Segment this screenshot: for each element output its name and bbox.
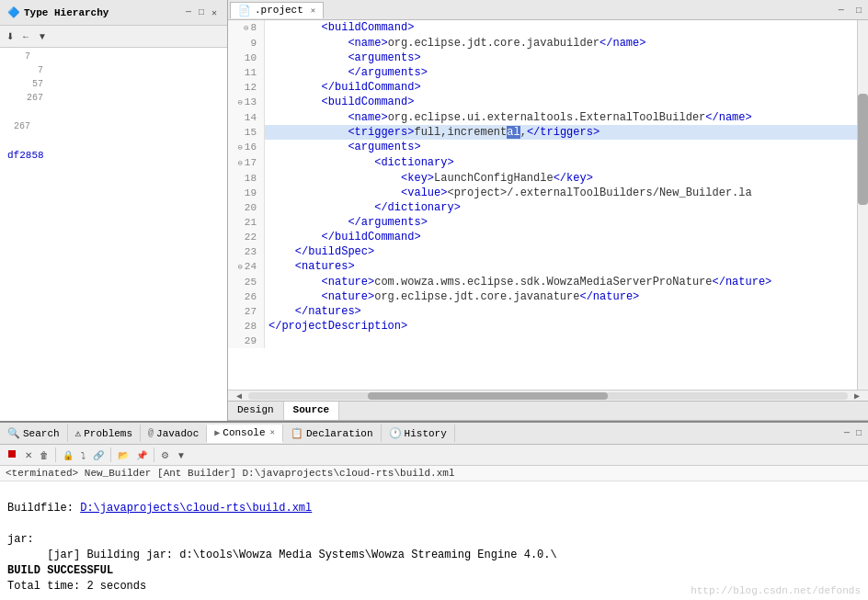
clear-button[interactable]: 🗑 <box>37 448 51 462</box>
settings-button[interactable]: ⚙ <box>158 448 172 462</box>
console-tab-label: Console <box>223 427 265 438</box>
scroll-lock-button[interactable]: 🔒 <box>60 448 76 462</box>
tab-history[interactable]: 🕐 History <box>382 425 455 442</box>
console-tab-bar: 🔍 Search ⚠ Problems @ Javadoc ▶ Console … <box>0 423 868 445</box>
list-item[interactable]: 7 <box>2 50 225 63</box>
console-top-right: ─ □ <box>841 427 868 439</box>
code-line-19: 19 <value><project>/.externalToolBuilder… <box>228 186 868 200</box>
tab-console[interactable]: ▶ Console ✕ <box>207 425 283 443</box>
editor-tab-project[interactable]: 📄 .project ✕ <box>230 2 324 18</box>
code-line-26: 26 <nature>org.eclipse.jdt.core.javanatu… <box>228 289 868 304</box>
toolbar-separator2 <box>110 447 111 462</box>
remove-button[interactable]: ✕ <box>22 448 35 462</box>
list-item[interactable]: df2858 <box>2 148 225 163</box>
list-item[interactable] <box>2 133 225 148</box>
watermark: http://blog.csdn.net/defonds <box>691 585 861 596</box>
console-line-building: [jar] Building jar: d:\tools\Wowza Media… <box>7 548 861 563</box>
tab-javadoc[interactable]: @ Javadoc <box>141 425 207 442</box>
editor-tab-close[interactable]: ✕ <box>311 6 315 16</box>
console-content: Buildfile: D:\javaprojects\cloud-rts\bui… <box>0 481 868 600</box>
list-item[interactable]: 267 <box>2 91 225 105</box>
javadoc-icon: @ <box>148 428 154 438</box>
console-line <box>7 485 861 501</box>
code-line-11: 11 </arguments> <box>228 65 868 80</box>
declaration-icon: 📋 <box>291 427 303 439</box>
problems-icon: ⚠ <box>75 427 82 439</box>
buildfile-link[interactable]: D:\javaprojects\cloud-rts\build.xml <box>80 502 312 515</box>
tab-design[interactable]: Design <box>228 402 284 420</box>
hscroll-track[interactable] <box>248 392 848 400</box>
history-icon: 🕐 <box>389 427 402 439</box>
code-line-18: 18 <key>LaunchConfigHandle</key> <box>228 171 868 186</box>
list-item[interactable]: 7 <box>2 63 225 77</box>
code-line-22: 22 </buildCommand> <box>228 230 868 244</box>
editor-top-right: ─ □ <box>836 4 868 17</box>
list-item[interactable]: 57 <box>2 77 225 91</box>
list-item[interactable]: 267 <box>2 119 225 133</box>
design-source-tabbar: Design Source <box>228 401 868 421</box>
code-line-27: 27 </natures> <box>228 304 868 319</box>
console-tab-close[interactable]: ✕ <box>270 427 275 437</box>
editor-vscroll-thumb[interactable] <box>858 94 868 205</box>
code-line-16: ⊖16 <arguments> <box>228 140 868 155</box>
code-line-23: 23 </buildSpec> <box>228 244 868 259</box>
code-line-12: 12 </buildCommand> <box>228 80 868 95</box>
code-line-21: 21 </arguments> <box>228 215 868 230</box>
console-status-text: <terminated> New_Builder [Ant Builder] D… <box>6 468 454 479</box>
hscroll-thumb[interactable] <box>368 392 608 400</box>
code-line-24: ⊖24 <natures> <box>228 259 868 275</box>
editor-tab-bar: 📄 .project ✕ ─ □ <box>228 0 868 20</box>
file-icon: 📄 <box>238 5 251 17</box>
open-console-button[interactable]: 📂 <box>115 448 131 462</box>
scroll-right-button[interactable]: ▶ <box>848 391 866 402</box>
maximize-button[interactable]: □ <box>196 6 207 19</box>
maximize-console-button[interactable]: □ <box>853 427 864 439</box>
code-line-8: ⊖8 <buildCommand> <box>228 20 868 36</box>
scroll-left-button[interactable]: ◀ <box>230 391 248 402</box>
back-button[interactable]: ← <box>18 29 33 43</box>
menu-button[interactable]: ▼ <box>35 29 50 43</box>
panel-title: Type Hierarchy <box>24 7 108 18</box>
console-line-success: BUILD SUCCESSFUL <box>7 563 861 579</box>
tab-source[interactable]: Source <box>284 402 340 420</box>
editor-hscrollbar[interactable]: ◀ ▶ <box>228 390 868 401</box>
tab-declaration[interactable]: 📋 Declaration <box>283 425 382 442</box>
code-lines: ⊖8 <buildCommand> 9 <name>org.eclipse.jd… <box>228 20 868 348</box>
code-line-9: 9 <name>org.eclipse.jdt.core.javabuilder… <box>228 36 868 51</box>
minimize-editor-button[interactable]: ─ <box>836 5 847 17</box>
declaration-tab-label: Declaration <box>306 428 373 439</box>
panel-title-icons: ─ □ ✕ <box>183 6 220 19</box>
svg-rect-0 <box>8 450 16 458</box>
code-line-14: 14 <name>org.eclipse.ui.externaltools.Ex… <box>228 110 868 125</box>
link-button[interactable]: 🔗 <box>90 448 107 462</box>
history-tab-label: History <box>405 428 447 439</box>
collapse-button[interactable]: ⬇ <box>4 29 17 43</box>
list-item[interactable] <box>2 105 225 119</box>
pin-button[interactable]: 📌 <box>133 448 150 462</box>
close-icon[interactable]: ✕ <box>209 6 220 19</box>
code-line-28: 28 </projectDescription> <box>228 319 868 334</box>
problems-tab-label: Problems <box>84 428 132 439</box>
minimize-console-button[interactable]: ─ <box>841 427 852 439</box>
console-line <box>7 516 861 532</box>
toolbar-separator3 <box>154 447 154 462</box>
tab-search[interactable]: 🔍 Search <box>0 425 68 442</box>
minimize-button[interactable]: ─ <box>183 6 194 19</box>
console-icon: ▶ <box>214 427 220 438</box>
maximize-editor-button[interactable]: □ <box>853 5 864 17</box>
code-line-29: 29 <box>228 334 868 348</box>
tab-problems[interactable]: ⚠ Problems <box>68 425 141 442</box>
bottom-area: 🔍 Search ⚠ Problems @ Javadoc ▶ Console … <box>0 421 868 600</box>
word-wrap-button[interactable]: ⤵ <box>78 448 88 462</box>
search-tab-label: Search <box>23 428 60 439</box>
stop-icon <box>6 448 17 459</box>
stop-button[interactable] <box>4 447 20 463</box>
menu-dropdown-button[interactable]: ▼ <box>174 448 188 462</box>
javadoc-tab-label: Javadoc <box>156 428 199 439</box>
editor-tab-label: .project <box>255 5 303 16</box>
console-line-jar: jar: <box>7 532 861 548</box>
right-panel: 📄 .project ✕ ─ □ ⊖8 <buildCommand> <box>228 0 868 421</box>
left-panel: 🔷 Type Hierarchy ─ □ ✕ ⬇ ← ▼ 7 7 <box>0 0 228 421</box>
editor-vscrollbar[interactable] <box>857 20 868 390</box>
toolbar-separator <box>55 447 56 462</box>
